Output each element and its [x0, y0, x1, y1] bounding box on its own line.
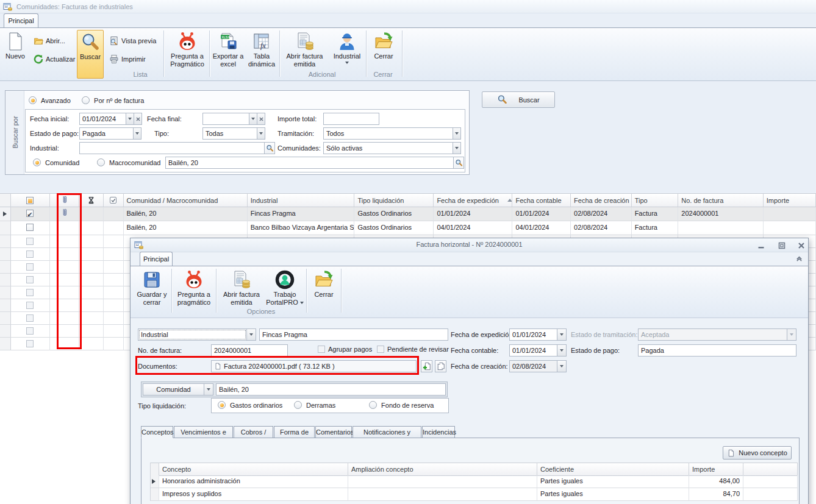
exportar-excel-button[interactable]: Exportar a excel [212, 30, 245, 79]
num-factura-input[interactable]: 2024000001 [211, 344, 288, 357]
tramitacion-dropdown[interactable] [453, 127, 461, 140]
buscar-button[interactable]: Buscar [482, 91, 555, 108]
fecha-inicial-dropdown[interactable] [126, 113, 134, 125]
fecha-inicial-clear[interactable] [134, 113, 142, 125]
industrial-input[interactable] [79, 142, 265, 154]
radio-por-num-factura[interactable]: Por nº de factura [82, 96, 144, 104]
radio-fondo-reserva[interactable]: Fondo de reserva [369, 401, 434, 409]
close-button[interactable] [794, 241, 809, 250]
column-header-industrial[interactable]: Industrial [248, 193, 355, 207]
attachments-column-header[interactable] [50, 193, 79, 207]
guardar-cerrar-button[interactable]: Guardar y cerrar [134, 268, 170, 317]
fecha-inicial-input[interactable]: 01/01/2024 [79, 113, 126, 125]
tab-cobros-pagos[interactable]: Cobros / Pagos [234, 426, 273, 438]
tabla-dinamica-button[interactable]: Tabla dinámica [245, 30, 278, 79]
tab-principal[interactable]: Principal [4, 13, 38, 27]
radio-derramas-icon[interactable] [294, 401, 302, 409]
fecha-expedicion-input[interactable]: 01/01/2024 [509, 328, 557, 341]
vista-previa-button[interactable]: Vista previa [109, 34, 156, 48]
actualizar-button[interactable]: Actualizar [34, 52, 75, 66]
concepto-row[interactable]: Honorarios administración Partes iguales… [151, 475, 798, 488]
fecha-final-input[interactable] [202, 113, 249, 125]
radio-comunidad-icon[interactable] [33, 158, 41, 166]
comunidades-select[interactable]: Sólo activas [323, 142, 453, 154]
comunidad-value-field[interactable]: Bailén, 20 [216, 383, 446, 396]
maximize-button[interactable] [775, 241, 789, 250]
industrial-selector-dropdown[interactable] [246, 328, 256, 341]
fecha-creacion-input[interactable]: 02/08/2024 [509, 360, 557, 372]
tipo-select[interactable]: Todas [202, 127, 257, 140]
radio-avanzado-icon[interactable] [29, 96, 37, 104]
table-row[interactable]: Bailén, 20 Fincas Pragma Gastos Ordinari… [0, 207, 816, 221]
column-header-importe[interactable]: Importe [689, 463, 743, 476]
comunidades-dropdown[interactable] [453, 142, 461, 154]
column-header-tipo[interactable]: Tipo [632, 193, 679, 207]
fecha-final-clear[interactable] [257, 113, 265, 125]
radio-gastos-ordinarios[interactable]: Gastos ordinarios [218, 401, 282, 409]
radio-gastos-icon[interactable] [218, 401, 226, 409]
fecha-contable-dropdown[interactable] [557, 344, 567, 357]
column-header-coeficiente[interactable]: Coeficiente [537, 463, 689, 476]
radio-macrocomunidad[interactable]: Macrocomunidad [97, 158, 160, 166]
estado-pago-dropdown[interactable] [133, 127, 141, 140]
radio-avanzado[interactable]: Avanzado [29, 96, 71, 104]
row-checkbox[interactable] [11, 221, 50, 235]
estado-pago-select[interactable]: Pagada [79, 127, 134, 140]
tipo-dropdown[interactable] [257, 127, 265, 140]
row-checkbox[interactable] [11, 207, 50, 221]
column-header-num-factura[interactable]: No. de factura [678, 193, 763, 207]
comunidad-selector-button[interactable]: Comunidad [143, 383, 204, 396]
fecha-final-dropdown[interactable] [249, 113, 257, 125]
review-column-header[interactable] [104, 193, 124, 207]
abrir-button[interactable]: Abrir... [34, 34, 65, 48]
fecha-contable-input[interactable]: 01/01/2024 [509, 344, 557, 357]
column-header-importe[interactable]: Importe [764, 193, 816, 207]
industrial-search-button[interactable] [264, 142, 275, 154]
table-row[interactable]: Bailén, 20 Banco Bilbao Vizcaya Argentar… [0, 221, 816, 235]
tab-forma-pago[interactable]: Forma de pago [274, 426, 315, 438]
attachment-cell[interactable] [50, 207, 79, 221]
column-header-ampliacion[interactable]: Ampliación concepto [348, 463, 537, 476]
cerrar-button[interactable]: Cerrar [309, 268, 339, 317]
pendiente-revisar-checkbox[interactable]: Pendiente de revisar [377, 346, 449, 353]
tramitacion-select[interactable]: Todos [323, 127, 453, 140]
agrupar-pagos-checkbox[interactable]: Agrupar pagos [318, 346, 372, 353]
comunidad-search-button[interactable] [453, 157, 464, 169]
radio-por-num-icon[interactable] [82, 96, 90, 104]
fecha-expedicion-dropdown[interactable] [557, 328, 567, 341]
tab-conceptos[interactable]: Conceptos [141, 426, 173, 438]
column-header-fecha-contable[interactable]: Fecha contable [512, 193, 571, 207]
nuevo-concepto-button[interactable]: Nuevo concepto [723, 446, 792, 460]
tab-incidencias[interactable]: Incidencias [422, 426, 455, 438]
documentos-field[interactable]: Factura 2024000001.pdf ( 73.12 KB ) [211, 360, 417, 372]
industrial-selector[interactable]: Industrial [138, 328, 247, 341]
tab-notificaciones[interactable]: Notificaciones y comunicados [353, 426, 421, 438]
concepto-row[interactable]: Impresos y suplidos Partes iguales 84,70 [151, 488, 798, 501]
comunidad-search-input[interactable]: Bailén, 20 [165, 157, 454, 169]
dialog-tab-principal[interactable]: Principal [140, 252, 173, 266]
radio-derramas[interactable]: Derramas [294, 401, 335, 409]
importe-total-input[interactable] [323, 113, 379, 125]
radio-macrocomunidad-icon[interactable] [97, 158, 105, 166]
column-header-tipo-liquidacion[interactable]: Tipo liquidación [354, 193, 434, 207]
select-all-checkbox[interactable] [11, 193, 50, 207]
buscar-ribbon-button[interactable]: Buscar [77, 30, 104, 79]
comunidad-selector-dropdown[interactable] [204, 383, 213, 396]
column-header-fecha-creacion[interactable]: Fecha de creación [571, 193, 632, 207]
radio-fondo-icon[interactable] [369, 401, 377, 409]
imprimir-button[interactable]: Imprimir [109, 52, 146, 66]
collapse-ribbon-button[interactable] [795, 254, 803, 263]
fecha-creacion-dropdown[interactable] [557, 360, 567, 372]
pending-column-header[interactable] [79, 193, 104, 207]
tab-comentarios[interactable]: Comentarios [315, 426, 352, 438]
pregunta-pragmatico-button[interactable]: Pregunta a Pragmático [166, 30, 209, 79]
tab-vencimientos[interactable]: Vencimientos e importes [174, 426, 233, 438]
pregunta-pragmatico-button[interactable]: Pregunta a pragmático [173, 268, 215, 317]
minimize-button[interactable] [754, 241, 768, 250]
column-header-fecha-expedicion[interactable]: Fecha de expedición [434, 193, 512, 207]
copy-document-button[interactable] [435, 360, 446, 372]
nuevo-button[interactable]: Nuevo [2, 30, 29, 79]
industrial-value-field[interactable]: Fincas Pragma [259, 328, 448, 341]
add-document-button[interactable] [421, 360, 432, 372]
column-header-concepto[interactable]: Concepto [159, 463, 348, 476]
